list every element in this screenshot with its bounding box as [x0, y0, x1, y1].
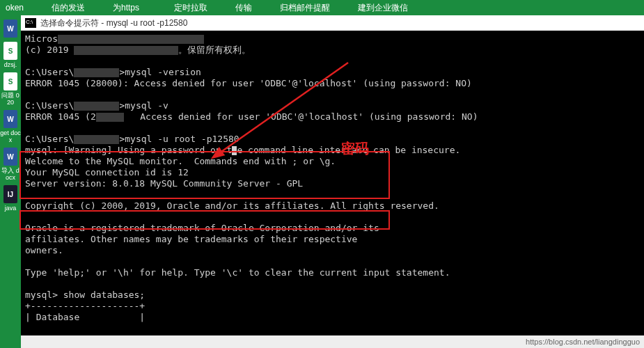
tab-timed-pull[interactable]: 定时拉取: [160, 0, 221, 15]
cmd-icon: [25, 18, 36, 28]
redaction-block: [96, 113, 124, 122]
file-icon[interactable]: S: [3, 42, 17, 60]
t: Access denied for user 'ODBC'@'localhost…: [124, 111, 478, 122]
redaction-block: [74, 102, 119, 111]
cmd-title-text: 选择命令提示符 - mysql -u root -p12580: [40, 17, 187, 29]
tab-oken[interactable]: oken: [3, 0, 38, 15]
file-icon[interactable]: W: [3, 110, 17, 128]
file-icon[interactable]: W: [3, 148, 17, 166]
desktop-file-column: W S dzsj. S 问题 020 W get docx W 导入 docx …: [0, 15, 21, 348]
watermark: https://blog.csdn.net/liangdingguo: [21, 335, 640, 348]
t: e command line interface can be insecure…: [237, 145, 460, 155]
tab-wechat[interactable]: 建到企业微信: [344, 0, 422, 15]
t: (c) 2019: [25, 45, 74, 55]
t: Oracle is a registered trademark of Orac…: [25, 223, 379, 233]
t: >mysql -u root -p12580: [119, 134, 239, 144]
redaction-block: [74, 135, 119, 144]
redaction-block: [58, 35, 204, 44]
browser-tabs-bar: oken 信的发送 为https 定时拉取 传输 归档邮件提醒 建到企业微信: [0, 0, 644, 15]
t: Type 'help;' or '\h' for help. Type '\c'…: [25, 267, 450, 278]
file-label: dzsj.: [0, 61, 21, 68]
t: | Database |: [25, 312, 145, 322]
t: Welcome to the MySQL monitor. Commands e…: [25, 156, 336, 166]
t: C:\Users\: [25, 67, 74, 77]
tab-send[interactable]: 信的发送: [38, 0, 99, 15]
t: Your MySQL connection id is 12: [25, 167, 189, 177]
t: +--------------------+: [25, 301, 145, 311]
t: Server version: 8.0.18 MySQL Community S…: [25, 178, 303, 189]
t: >mysql -v: [119, 100, 168, 111]
t: ERROR 1045 (2: [25, 111, 96, 122]
redaction-block: [74, 46, 178, 55]
t: C:\Users\: [25, 100, 74, 111]
file-label: get docx: [0, 129, 21, 143]
tab-transfer[interactable]: 传输: [221, 0, 266, 15]
cmd-terminal[interactable]: Micros (c) 2019 。保留所有权利。 C:\Users\>mysql…: [21, 31, 644, 335]
tab-https[interactable]: 为https: [99, 0, 153, 15]
cmd-title-bar[interactable]: 选择命令提示符 - mysql -u root -p12580: [21, 15, 644, 31]
t: 。保留所有权利。: [178, 45, 251, 55]
t: C:\Users\: [25, 134, 74, 144]
file-icon[interactable]: IJ: [3, 185, 17, 203]
tab-archive-mail[interactable]: 归档邮件提醒: [266, 0, 344, 15]
file-icon[interactable]: W: [3, 19, 17, 38]
t: >mysql -version: [119, 67, 201, 77]
file-label: 问题 020: [0, 92, 21, 106]
redaction-block: [74, 68, 119, 77]
t: Micros: [25, 33, 58, 44]
file-label: 导入 docx: [0, 167, 21, 181]
t: owners.: [25, 245, 63, 255]
t: affiliates. Other names may be trademark…: [25, 234, 357, 244]
t: mysql> show databases;: [25, 290, 145, 300]
file-icon[interactable]: S: [3, 72, 17, 90]
t: ERROR 1045 (28000): Access denied for us…: [25, 78, 472, 88]
file-label: java: [0, 205, 21, 212]
t: mysql: [Warning] Using a password on t: [25, 145, 232, 155]
t: Copyright (c) 2000, 2019, Oracle and/or …: [25, 200, 439, 211]
